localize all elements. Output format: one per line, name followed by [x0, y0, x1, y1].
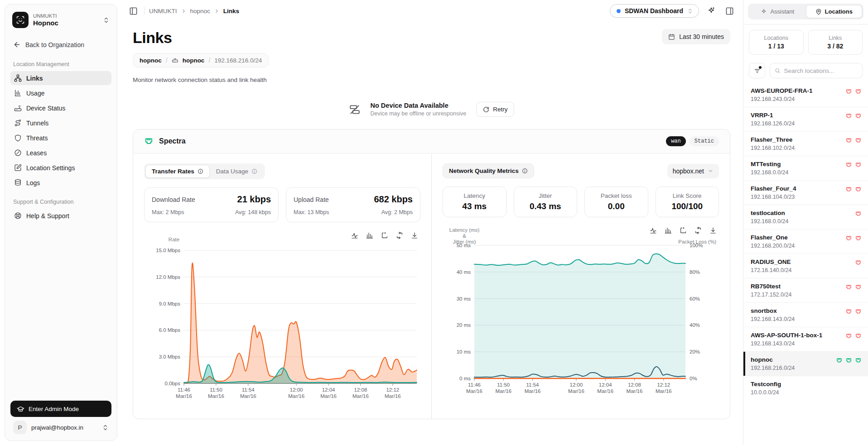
zoom-select-icon[interactable] [679, 226, 687, 234]
info-icon [251, 168, 257, 174]
dashboard-selector[interactable]: SDWAN Dashboard [610, 4, 699, 18]
location-list-item[interactable]: snortbox 192.168.143.0/24 [743, 302, 868, 327]
panel-right-icon [725, 7, 734, 15]
status-dot [617, 9, 621, 13]
tab-transfer-rates[interactable]: Transfer Rates [145, 165, 210, 178]
line-chart-toggle-icon[interactable] [649, 226, 657, 234]
download-chart-icon[interactable] [709, 226, 717, 234]
svg-text:60%: 60% [690, 296, 700, 301]
zoom-reset-icon[interactable] [395, 231, 404, 239]
location-list-item[interactable]: Flasher_One 192.168.200.0/24 [743, 229, 868, 254]
location-list-item[interactable]: Flasher_Four_4 192.168.104.0/23 [743, 180, 868, 205]
tab-locations[interactable]: Locations [806, 5, 863, 18]
zoom-select-icon[interactable] [381, 231, 389, 239]
download-chart-icon[interactable] [410, 231, 419, 239]
location-list-item[interactable]: Flasher_Three 192.168.102.0/24 [743, 131, 868, 156]
svg-text:11:46: 11:46 [178, 387, 190, 392]
time-range-button[interactable]: Last 30 minutes [662, 29, 730, 44]
svg-text:Mar/16: Mar/16 [627, 388, 643, 394]
location-port-icons [855, 258, 862, 266]
download-rate-max: Max: 2 Mbps [152, 209, 184, 215]
location-list-item[interactable]: AWS-AP-SOUTH-1-box-1 192.168.143.0/24 [743, 327, 868, 351]
sidebar-item-device-status[interactable]: Device Status [10, 101, 111, 115]
chevrons-up-down-icon[interactable] [103, 17, 110, 24]
breadcrumb-org[interactable]: UNMUKTI [149, 8, 177, 14]
line-chart-toggle-icon[interactable] [351, 231, 359, 239]
sidebar-item-label: Tunnels [26, 120, 48, 127]
tab-assistant[interactable]: Assistant [749, 5, 806, 18]
sidebar-item-location-settings[interactable]: Location Settings [10, 161, 111, 175]
location-texts: MTTesting 192.168.0.0/24 [751, 161, 788, 176]
right-panel-toggle-button[interactable] [723, 5, 736, 17]
location-list-item[interactable]: RB750test 172.17.152.0/24 [743, 278, 868, 302]
nav-section-location-management: Location Management [13, 61, 109, 67]
location-list-item[interactable]: AWS-EUROPE-FRA-1 192.168.243.0/24 [743, 83, 868, 107]
bar-chart-toggle-icon[interactable] [664, 226, 672, 234]
location-subnet: 172.16.140.0/24 [751, 267, 791, 273]
dashboard-selector-label: SDWAN Dashboard [625, 7, 683, 14]
org-switcher[interactable]: UNMUKTI Hopnoc [10, 11, 111, 29]
right-sidebar: Assistant Locations Locations 1 / 13 Lin… [743, 0, 868, 445]
network-quality-chart[interactable]: 0 ms10 ms20 ms30 ms40 ms50 ms0%20%40%60%… [443, 226, 719, 404]
sidebar-item-threats[interactable]: Threats [10, 131, 111, 145]
location-subnet: 192.168.102.0/24 [751, 145, 795, 151]
sidebar-item-tunnels[interactable]: Tunnels [10, 116, 111, 130]
spectra-header: Spectra wan Static [133, 129, 730, 153]
quality-chart-wrap: 0 ms10 ms20 ms30 ms40 ms50 ms0%20%40%60%… [443, 226, 719, 404]
tab-data-usage[interactable]: Data Usage [210, 165, 264, 178]
link-context-chip[interactable]: hopnoc / hopnoc / 192.168.216.0/24 [133, 53, 269, 67]
svg-text:Mar/16: Mar/16 [466, 388, 482, 394]
location-texts: Flasher_One 192.168.200.0/24 [751, 234, 795, 249]
zoom-reset-icon[interactable] [694, 226, 702, 234]
svg-text:20 ms: 20 ms [457, 322, 471, 328]
location-list-item[interactable]: MTTesting 192.168.0.0/24 [743, 156, 868, 180]
bar-chart-toggle-icon[interactable] [366, 231, 374, 239]
transfer-chart-wrap: 0.0bps3.0 Mbps6.0 Mbps9.0 Mbps12.0 Mbps1… [144, 231, 420, 409]
filter-active-dot [759, 66, 762, 69]
location-port-icons [845, 161, 862, 168]
ai-assistant-button[interactable] [705, 5, 717, 17]
ethernet-port-icon [845, 333, 852, 340]
no-device-texts: No Device Data Available Device may be o… [371, 101, 467, 117]
ethernet-port-icon [845, 186, 852, 193]
network-icon [14, 74, 22, 82]
sidebar-item-logs[interactable]: Logs [10, 176, 111, 190]
location-subnet: 172.17.152.0/24 [751, 292, 791, 298]
back-to-organization[interactable]: Back to Organization [10, 37, 111, 52]
sidebar-toggle-button[interactable] [127, 5, 140, 17]
no-device-data-banner: No Device Data Available Device may be o… [133, 101, 730, 117]
network-quality-metrics-chip[interactable]: Network Quality Metrics [443, 163, 534, 178]
location-name: Flasher_One [751, 234, 795, 241]
filter-button[interactable] [749, 63, 765, 78]
user-menu[interactable]: P prajwal@hopbox.in [10, 417, 111, 435]
svg-text:12:08: 12:08 [628, 382, 641, 388]
search-input[interactable] [784, 67, 858, 74]
sidebar-item-help-support[interactable]: Help & Support [10, 209, 111, 223]
location-list-item[interactable]: RADIUS_ONE 172.16.140.0/24 [743, 254, 868, 278]
location-list-item[interactable]: VRRP-1 192.168.126.0/24 [743, 107, 868, 131]
nav-section-support: Support & Configuration [13, 199, 109, 205]
location-list-item[interactable]: Testconfig 10.0.0.0/24 [743, 376, 868, 400]
enter-admin-mode-button[interactable]: Enter Admin Mode [10, 401, 111, 417]
svg-text:40 ms: 40 ms [457, 269, 471, 275]
back-label: Back to Organization [25, 41, 84, 48]
target-host-dropdown[interactable]: hopbox.net [667, 164, 719, 178]
right-sidebar-counters: Locations 1 / 13 Links 3 / 82 [743, 24, 868, 57]
jitter-card: Jitter 0.43 ms [514, 187, 578, 217]
left-sidebar: UNMUKTI Hopnoc Back to Organization Loca… [0, 0, 120, 445]
breadcrumb-location[interactable]: hopnoc [190, 8, 210, 14]
sidebar-item-usage[interactable]: Usage [10, 86, 111, 100]
org-logo [12, 12, 29, 28]
svg-text:12:12: 12:12 [657, 382, 670, 388]
transfer-rates-chart[interactable]: 0.0bps3.0 Mbps6.0 Mbps9.0 Mbps12.0 Mbps1… [144, 231, 420, 409]
chip-separator: / [208, 57, 210, 64]
location-texts: AWS-EUROPE-FRA-1 192.168.243.0/24 [751, 87, 813, 102]
location-list-item[interactable]: testlocation 192.168.0.0/24 [743, 205, 868, 229]
sidebar-item-links[interactable]: Links [10, 71, 111, 85]
sidebar-item-leases[interactable]: Leases [10, 146, 111, 160]
location-name: hopnoc [751, 356, 795, 363]
svg-text:12:08: 12:08 [354, 387, 367, 392]
retry-button[interactable]: Retry [476, 102, 514, 117]
location-list-item[interactable]: hopnoc 192.168.216.0/24 [743, 351, 868, 376]
packet-loss-label: Packet loss [588, 192, 644, 199]
